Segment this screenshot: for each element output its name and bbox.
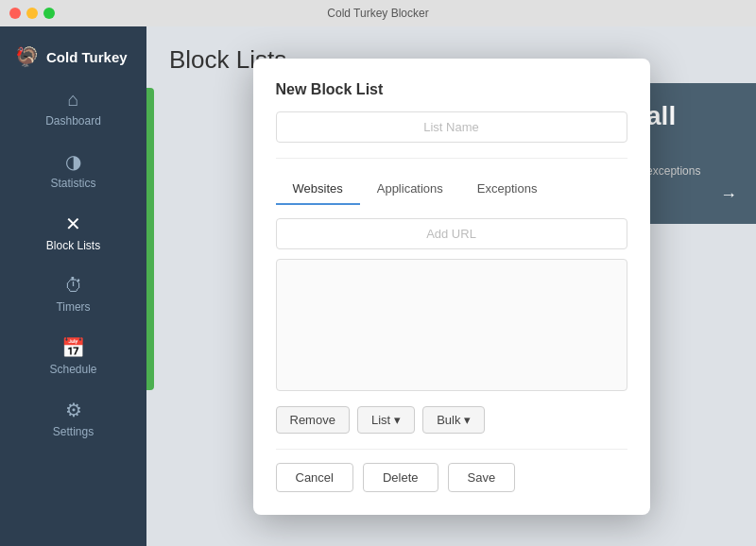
minimize-button[interactable]	[26, 8, 38, 19]
footer-buttons-row: Cancel Delete Save	[276, 463, 627, 492]
block-lists-icon: ✕	[65, 213, 81, 235]
sidebar-label-settings: Settings	[53, 425, 94, 438]
tab-exceptions[interactable]: Exceptions	[460, 174, 555, 205]
modal-tabs: Websites Applications Exceptions	[276, 174, 627, 205]
sidebar-logo: 🦃 Cold Turkey	[0, 36, 146, 77]
remove-button[interactable]: Remove	[276, 406, 350, 434]
schedule-icon: 📅	[61, 336, 85, 359]
url-list-area[interactable]	[276, 259, 627, 391]
sidebar-item-settings[interactable]: ⚙ Settings	[0, 387, 146, 450]
logo-icon: 🦃	[15, 45, 39, 68]
modal-overlay: New Block List Websites Applications Exc…	[146, 26, 756, 546]
modal-title: New Block List	[276, 81, 627, 98]
tab-websites[interactable]: Websites	[276, 174, 360, 205]
sidebar-label-schedule: Schedule	[49, 363, 96, 376]
save-button[interactable]: Save	[448, 463, 516, 492]
sidebar-label-statistics: Statistics	[50, 177, 95, 190]
bulk-label: Bulk	[437, 413, 460, 427]
statistics-icon: ◑	[65, 150, 81, 173]
sidebar-item-schedule[interactable]: 📅 Schedule	[0, 325, 146, 387]
list-label: List	[371, 413, 390, 427]
divider-1	[276, 158, 627, 159]
bulk-chevron-icon: ▾	[464, 413, 471, 427]
sidebar-label-block-lists: Block Lists	[46, 239, 100, 252]
close-button[interactable]	[9, 8, 21, 19]
content-area: Block Lists Block all sites sites, 0 app…	[146, 26, 756, 546]
divider-2	[276, 449, 627, 450]
list-name-input[interactable]	[276, 111, 627, 143]
timers-icon: ⏱	[64, 275, 83, 297]
logo-text: Cold Turkey	[46, 49, 128, 65]
sidebar-item-timers[interactable]: ⏱ Timers	[0, 264, 146, 325]
sidebar-label-timers: Timers	[56, 300, 90, 314]
delete-button[interactable]: Delete	[363, 463, 438, 492]
title-bar: Cold Turkey Blocker	[0, 0, 756, 26]
sidebar-item-block-lists[interactable]: ✕ Block Lists	[0, 201, 146, 264]
sidebar: 🦃 Cold Turkey ⌂ Dashboard ◑ Statistics ✕…	[0, 26, 146, 546]
window-title: Cold Turkey Blocker	[327, 7, 428, 20]
add-url-input[interactable]	[276, 218, 627, 249]
window-controls[interactable]	[9, 8, 55, 19]
maximize-button[interactable]	[43, 8, 55, 19]
tab-applications[interactable]: Applications	[360, 174, 460, 205]
action-buttons-row: Remove List ▾ Bulk ▾	[276, 406, 627, 434]
sidebar-item-statistics[interactable]: ◑ Statistics	[0, 139, 146, 201]
new-block-list-modal: New Block List Websites Applications Exc…	[253, 59, 650, 515]
list-chevron-icon: ▾	[394, 413, 401, 427]
home-icon: ⌂	[67, 89, 78, 111]
remove-label: Remove	[290, 413, 335, 427]
list-button[interactable]: List ▾	[357, 406, 415, 434]
sidebar-item-dashboard[interactable]: ⌂ Dashboard	[0, 77, 146, 139]
cancel-button[interactable]: Cancel	[276, 463, 353, 492]
sidebar-label-dashboard: Dashboard	[45, 114, 101, 128]
bulk-button[interactable]: Bulk ▾	[422, 406, 485, 434]
app-container: 🦃 Cold Turkey ⌂ Dashboard ◑ Statistics ✕…	[0, 26, 756, 546]
settings-icon: ⚙	[65, 399, 82, 421]
